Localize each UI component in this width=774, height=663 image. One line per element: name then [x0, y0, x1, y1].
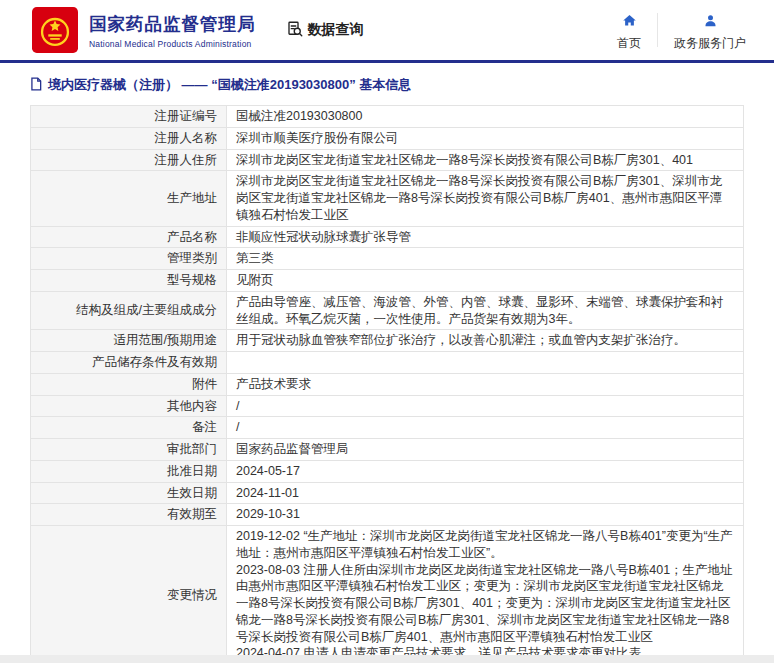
table-row: 批准日期2024-05-17 [31, 460, 744, 482]
home-icon [622, 13, 637, 31]
row-label: 管理类别 [31, 248, 227, 270]
nav-gov-portal[interactable]: 政务服务门户 [674, 9, 746, 52]
agency-name-zh: 国家药品监督管理局 [89, 12, 256, 36]
row-value: 产品技术要求 [227, 373, 744, 395]
row-value: 国械注准20193030800 [227, 106, 744, 128]
row-value: 深圳市龙岗区宝龙街道宝龙社区锦龙一路8号深长岗投资有限公司B栋厂房301、深圳市… [227, 171, 744, 226]
row-value: 深圳市顺美医疗股份有限公司 [227, 127, 744, 149]
row-label: 产品储存条件及有效期 [31, 352, 227, 374]
national-emblem-logo [32, 7, 78, 53]
row-label: 审批部门 [31, 439, 227, 461]
table-row: 管理类别第三类 [31, 248, 744, 270]
row-label: 结构及组成/主要组成成分 [31, 291, 227, 330]
row-label: 变更情况 [31, 526, 227, 663]
row-value: / [227, 395, 744, 417]
table-row: 审批部门国家药品监督管理局 [31, 439, 744, 461]
change-record-line: 2019-12-02 “生产地址：深圳市龙岗区龙岗街道宝龙社区锦龙一路八号B栋4… [236, 528, 734, 562]
document-icon [30, 77, 42, 94]
data-query-label: 数据查询 [308, 21, 364, 39]
table-row: 结构及组成/主要组成成分产品由导管座、减压管、海波管、外管、内管、球囊、显影环、… [31, 291, 744, 330]
table-row: 有效期至2029-10-31 [31, 504, 744, 526]
user-icon [703, 13, 718, 31]
nav-portal-label: 政务服务门户 [674, 35, 746, 52]
row-label: 适用范围/预期用途 [31, 330, 227, 352]
header-nav: 首页 政务服务门户 [617, 9, 746, 52]
row-value: 产品由导管座、减压管、海波管、外管、内管、球囊、显影环、末端管、球囊保护套和衬丝… [227, 291, 744, 330]
row-value: 非顺应性冠状动脉球囊扩张导管 [227, 226, 744, 248]
row-label: 其他内容 [31, 395, 227, 417]
row-value: 2019-12-02 “生产地址：深圳市龙岗区龙岗街道宝龙社区锦龙一路八号B栋4… [227, 526, 744, 663]
table-row: 注册人名称深圳市顺美医疗股份有限公司 [31, 127, 744, 149]
table-row: 注册证编号国械注准20193030800 [31, 106, 744, 128]
row-value: 第三类 [227, 248, 744, 270]
row-label: 批准日期 [31, 460, 227, 482]
row-label: 生产地址 [31, 171, 227, 226]
info-table-body: 注册证编号国械注准20193030800注册人名称深圳市顺美医疗股份有限公司注册… [31, 106, 744, 663]
nav-data-query[interactable]: 数据查询 [286, 20, 364, 41]
row-value: 见附页 [227, 270, 744, 292]
row-label: 型号规格 [31, 270, 227, 292]
row-label: 产品名称 [31, 226, 227, 248]
table-row: 备注/ [31, 417, 744, 439]
row-value: 深圳市龙岗区宝龙街道宝龙社区锦龙一路8号深长岗投资有限公司B栋厂房301、401 [227, 149, 744, 171]
footer-band [0, 655, 774, 663]
row-value [227, 352, 744, 374]
data-query-icon [286, 20, 304, 41]
table-row: 生效日期2024-11-01 [31, 482, 744, 504]
row-label: 备注 [31, 417, 227, 439]
nav-home[interactable]: 首页 [617, 9, 641, 52]
row-label: 注册证编号 [31, 106, 227, 128]
row-value: 用于冠状动脉血管狭窄部位扩张治疗，以改善心肌灌注；或血管内支架扩张治疗。 [227, 330, 744, 352]
row-value: 国家药品监督管理局 [227, 439, 744, 461]
table-row: 产品名称非顺应性冠状动脉球囊扩张导管 [31, 226, 744, 248]
page-title: 境内医疗器械（注册） —— “国械注准20193030800” 基本信息 [30, 76, 744, 94]
agency-name-en: National Medical Products Administration [89, 39, 256, 49]
row-value: 2029-10-31 [227, 504, 744, 526]
row-value: 2024-05-17 [227, 460, 744, 482]
row-label: 生效日期 [31, 482, 227, 504]
row-label: 有效期至 [31, 504, 227, 526]
main-content: 境内医疗器械（注册） —— “国械注准20193030800” 基本信息 注册证… [0, 63, 774, 663]
table-row: 产品储存条件及有效期 [31, 352, 744, 374]
agency-title-block: 国家药品监督管理局 National Medical Products Admi… [89, 12, 256, 49]
table-row: 型号规格见附页 [31, 270, 744, 292]
nav-divider [657, 13, 658, 47]
table-row: 其他内容/ [31, 395, 744, 417]
site-header: 国家药品监督管理局 National Medical Products Admi… [0, 0, 774, 60]
table-row: 注册人住所深圳市龙岗区宝龙街道宝龙社区锦龙一路8号深长岗投资有限公司B栋厂房30… [31, 149, 744, 171]
row-value: 2024-11-01 [227, 482, 744, 504]
nav-home-label: 首页 [617, 35, 641, 52]
table-row: 适用范围/预期用途用于冠状动脉血管狭窄部位扩张治疗，以改善心肌灌注；或血管内支架… [31, 330, 744, 352]
table-row: 附件产品技术要求 [31, 373, 744, 395]
row-value: / [227, 417, 744, 439]
table-row: 变更情况2019-12-02 “生产地址：深圳市龙岗区龙岗街道宝龙社区锦龙一路八… [31, 526, 744, 663]
registration-info-table: 注册证编号国械注准20193030800注册人名称深圳市顺美医疗股份有限公司注册… [30, 105, 744, 663]
row-label: 附件 [31, 373, 227, 395]
row-label: 注册人住所 [31, 149, 227, 171]
row-label: 注册人名称 [31, 127, 227, 149]
page-title-text: 境内医疗器械（注册） —— “国械注准20193030800” 基本信息 [48, 76, 411, 94]
table-row: 生产地址深圳市龙岗区宝龙街道宝龙社区锦龙一路8号深长岗投资有限公司B栋厂房301… [31, 171, 744, 226]
change-record-line: 2023-08-03 注册人住所由深圳市龙岗区龙岗街道宝龙社区锦龙一路八号B栋4… [236, 562, 734, 646]
